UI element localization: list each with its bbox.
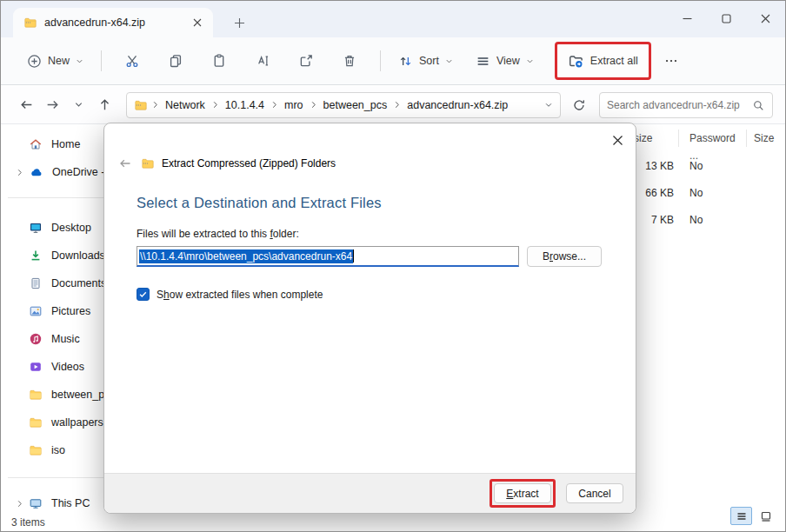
button-text: xtract [513, 488, 538, 500]
column-header-size[interactable]: Size [747, 130, 785, 147]
destination-label: Files will be extracted to this folder: [137, 228, 299, 240]
show-files-checkbox-row[interactable]: Show extracted files when complete [137, 288, 323, 301]
extract-dialog: Extract Compressed (Zipped) Folders Sele… [103, 123, 636, 514]
view-toggles [730, 507, 776, 525]
folder-icon [29, 443, 43, 457]
toolbar-divider [101, 50, 102, 71]
sidebar-item-label: Documents [51, 277, 106, 289]
arrow-up-icon [97, 97, 112, 112]
tab-title: advancedrun-x64.zip [44, 17, 189, 29]
text-caret [353, 249, 354, 263]
cell-password: No [679, 184, 747, 202]
chevron-right-icon [393, 101, 401, 109]
destination-path-input[interactable]: \\10.1.4.4\mro\between_pcs\advancedrun-x… [137, 246, 519, 267]
arrow-right-icon [45, 97, 60, 112]
chevron-right-icon [211, 101, 219, 109]
paste-button[interactable] [203, 45, 236, 76]
new-tab-button[interactable] [229, 12, 250, 33]
close-icon [761, 14, 770, 23]
rename-icon [255, 53, 270, 69]
address-bar-row: Network 10.1.4.4 mro between_pcs advance… [1, 86, 785, 124]
chevron-right-icon [16, 169, 23, 176]
share-icon [298, 53, 314, 69]
details-view-toggle[interactable] [730, 507, 752, 525]
browse-button[interactable]: Browse... [527, 246, 602, 267]
copy-button[interactable] [159, 45, 192, 76]
table-row[interactable]: 7 KB No [629, 206, 785, 233]
delete-button[interactable] [333, 45, 366, 76]
breadcrumb-segment[interactable]: Network [163, 98, 208, 112]
home-icon [29, 137, 43, 151]
table-row[interactable]: 13 KB No [629, 152, 785, 179]
extract-all-label: Extract all [590, 55, 638, 67]
breadcrumb-segment[interactable]: mro [282, 98, 306, 112]
chevron-down-icon[interactable] [544, 101, 553, 110]
annotation-box-extract: Extract [490, 479, 556, 508]
forward-button[interactable] [39, 92, 65, 118]
maximize-button[interactable] [707, 1, 746, 36]
chevron-down-icon [445, 57, 453, 65]
column-header-password[interactable]: Password ... [679, 130, 747, 147]
sort-button[interactable]: Sort [390, 45, 462, 76]
cell-size [747, 157, 785, 175]
cut-button[interactable] [116, 45, 149, 76]
maximize-icon [722, 14, 731, 23]
file-tab[interactable]: advancedrun-x64.zip [13, 8, 213, 37]
label-text: S [157, 289, 163, 301]
item-count: 3 items [11, 516, 45, 529]
search-box[interactable] [599, 92, 773, 118]
table-row[interactable]: 66 KB No [629, 179, 785, 206]
recent-locations-button[interactable] [65, 92, 91, 118]
icons-view-toggle[interactable] [755, 507, 776, 525]
column-headers: size Password ... Size [629, 124, 785, 152]
plus-circle-icon [27, 54, 42, 69]
cell-password: No [679, 211, 747, 229]
chevron-right-icon [270, 101, 278, 109]
cell-password: No [679, 157, 747, 175]
search-input[interactable] [607, 99, 752, 111]
close-icon [612, 135, 623, 146]
more-options-button[interactable] [655, 45, 688, 76]
desktop-icon [29, 221, 43, 235]
breadcrumb-segment[interactable]: 10.1.4.4 [223, 98, 267, 112]
breadcrumb-segment[interactable]: between_pcs [321, 98, 390, 112]
label-text: ow extracted files when complete [170, 289, 323, 301]
checkbox-checked-icon[interactable] [137, 288, 150, 301]
sidebar-item-label: wallpapers [51, 416, 103, 429]
tab-close-icon[interactable] [189, 14, 206, 31]
dialog-close-button[interactable] [608, 130, 627, 150]
close-button[interactable] [746, 1, 785, 36]
ellipsis-icon [663, 53, 679, 69]
back-button[interactable] [13, 92, 39, 118]
extract-all-button[interactable]: Extract all [559, 45, 647, 76]
sort-icon [398, 54, 413, 69]
dialog-back-button[interactable] [115, 153, 136, 174]
folder-icon [29, 388, 43, 402]
button-text: B [543, 250, 550, 263]
cancel-button[interactable]: Cancel [566, 483, 623, 503]
refresh-button[interactable] [566, 92, 592, 118]
plus-icon [234, 17, 245, 29]
up-button[interactable] [91, 92, 117, 118]
music-icon [29, 332, 43, 346]
view-button-label: View [496, 55, 520, 67]
sidebar-item-label: Downloads [51, 249, 105, 262]
new-button[interactable]: New [18, 45, 92, 76]
zip-folder-icon [141, 156, 155, 170]
breadcrumb-segment[interactable]: advancedrun-x64.zip [404, 98, 510, 112]
minimize-button[interactable] [668, 1, 707, 36]
selected-path-text: \\10.1.4.4\mro\between_pcs\advancedrun-x… [139, 249, 353, 263]
share-button[interactable] [290, 45, 323, 76]
explorer-window: advancedrun-x64.zip New So [0, 0, 786, 532]
copy-icon [168, 53, 183, 69]
icons-view-icon [760, 510, 772, 522]
extract-button[interactable]: Extract [494, 483, 551, 503]
breadcrumb[interactable]: Network 10.1.4.4 mro between_pcs advance… [126, 92, 561, 118]
cell-size [747, 184, 785, 202]
rename-button[interactable] [246, 45, 279, 76]
button-text: owse... [553, 250, 586, 263]
view-button[interactable]: View [467, 45, 543, 76]
minimize-icon [683, 14, 692, 23]
check-icon [138, 289, 148, 299]
chevron-down-icon [76, 57, 83, 65]
